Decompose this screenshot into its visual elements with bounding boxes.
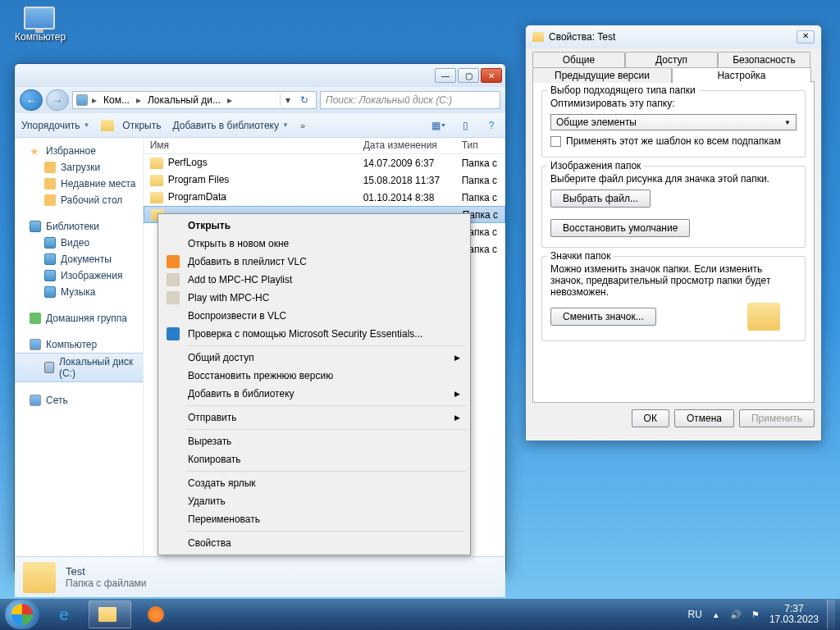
choose-file-button[interactable]: Выбрать файл... bbox=[550, 189, 651, 208]
nav-favorites[interactable]: ★Избранное bbox=[15, 143, 143, 159]
ctx-copy[interactable]: Копировать bbox=[160, 450, 468, 468]
tab-customize[interactable]: Настройка bbox=[672, 67, 811, 83]
tab-sharing[interactable]: Доступ bbox=[625, 52, 718, 67]
nav-recent[interactable]: Недавние места bbox=[15, 176, 143, 192]
explorer-titlebar[interactable]: — ▢ ✕ bbox=[15, 64, 505, 87]
language-indicator[interactable]: RU bbox=[688, 609, 702, 620]
tab-general[interactable]: Общие bbox=[532, 52, 625, 67]
toolbar-overflow[interactable]: » bbox=[300, 121, 305, 130]
breadcrumb-dropdown[interactable]: ▾ bbox=[280, 94, 294, 106]
folder-icon bbox=[44, 178, 56, 189]
nav-music[interactable]: Музыка bbox=[15, 284, 143, 300]
action-center-icon[interactable]: ⚑ bbox=[750, 609, 761, 620]
organize-button[interactable]: Упорядочить▼ bbox=[21, 120, 89, 131]
file-row[interactable]: ProgramData01.10.2014 8:38Папка с bbox=[144, 189, 505, 206]
nav-documents[interactable]: Документы bbox=[15, 251, 143, 267]
clock[interactable]: 7:37 17.03.2023 bbox=[769, 604, 819, 625]
ie-icon: e bbox=[59, 605, 68, 624]
nav-downloads[interactable]: Загрузки bbox=[15, 159, 143, 176]
column-headers[interactable]: Имя Дата изменения Тип bbox=[144, 138, 505, 154]
nav-desktop[interactable]: Рабочий стол bbox=[15, 192, 143, 208]
ctx-vlc-add[interactable]: Добавить в плейлист VLC bbox=[160, 253, 468, 271]
ctx-restore-version[interactable]: Восстановить прежнюю версию bbox=[160, 367, 468, 385]
dialog-titlebar[interactable]: Свойства: Test ✕ bbox=[526, 25, 821, 48]
close-button[interactable]: ✕ bbox=[481, 68, 502, 83]
apply-subfolders-checkbox[interactable] bbox=[550, 136, 561, 147]
mpc-icon bbox=[167, 273, 180, 286]
help-button[interactable]: ? bbox=[484, 118, 499, 133]
desktop-icon-label: Компьютер bbox=[15, 31, 64, 43]
crumb-2[interactable]: Локальный ди... bbox=[145, 94, 223, 106]
col-name[interactable]: Имя bbox=[144, 138, 357, 153]
forward-button[interactable]: → bbox=[46, 89, 69, 111]
ctx-share[interactable]: Общий доступ▶ bbox=[160, 349, 468, 367]
chevron-right-icon[interactable]: ▸ bbox=[134, 94, 144, 106]
file-row[interactable]: Program Files15.08.2018 11:37Папка с bbox=[144, 171, 505, 189]
ctx-sendto[interactable]: Отправить▶ bbox=[160, 409, 468, 427]
nav-libraries[interactable]: Библиотеки bbox=[15, 218, 143, 235]
folder-icon bbox=[44, 162, 56, 173]
preview-pane-button[interactable]: ▯ bbox=[458, 118, 472, 133]
windows-logo-icon bbox=[11, 604, 33, 625]
tab-security[interactable]: Безопасность bbox=[718, 52, 810, 67]
ctx-mpc-play[interactable]: Play with MPC-HC bbox=[160, 289, 468, 307]
show-desktop-button[interactable] bbox=[827, 600, 835, 629]
ctx-delete[interactable]: Удалить bbox=[160, 492, 468, 510]
ctx-open-new-window[interactable]: Открыть в новом окне bbox=[160, 235, 468, 253]
file-row[interactable]: PerfLogs14.07.2009 6:37Папка с bbox=[144, 154, 505, 171]
back-button[interactable]: ← bbox=[20, 89, 43, 111]
ctx-create-shortcut[interactable]: Создать ярлык bbox=[160, 474, 468, 492]
optimize-combo[interactable]: Общие элементы▼ bbox=[550, 114, 797, 130]
ctx-add-library[interactable]: Добавить в библиотеку▶ bbox=[160, 385, 468, 403]
ctx-mse-scan[interactable]: Проверка с помощью Microsoft Security Es… bbox=[160, 325, 468, 343]
cancel-button[interactable]: Отмена bbox=[674, 409, 734, 427]
crumb-1[interactable]: Ком... bbox=[101, 94, 132, 106]
view-options-button[interactable]: ▦▼ bbox=[431, 118, 446, 133]
mpc-icon bbox=[167, 291, 180, 304]
ctx-open[interactable]: Открыть bbox=[160, 217, 468, 235]
ctx-properties[interactable]: Свойства bbox=[160, 534, 468, 552]
apply-button[interactable]: Применить bbox=[739, 409, 815, 427]
ctx-cut[interactable]: Вырезать bbox=[160, 432, 468, 450]
homegroup-icon bbox=[30, 313, 41, 324]
refresh-button[interactable]: ↻ bbox=[296, 94, 313, 106]
nav-pictures[interactable]: Изображения bbox=[15, 267, 143, 284]
details-pane: Test Папка с файлами bbox=[15, 556, 505, 597]
ctx-rename[interactable]: Переименовать bbox=[160, 510, 468, 528]
start-button[interactable] bbox=[5, 600, 39, 629]
tray-up-icon[interactable]: ▴ bbox=[710, 609, 722, 620]
nav-network[interactable]: Сеть bbox=[15, 392, 143, 409]
open-button[interactable]: Открыть bbox=[101, 120, 161, 131]
ok-button[interactable]: ОК bbox=[632, 409, 669, 427]
taskbar-explorer[interactable] bbox=[89, 600, 131, 628]
nav-localdisk[interactable]: Локальный диск (C:) bbox=[15, 353, 143, 382]
maximize-button[interactable]: ▢ bbox=[458, 68, 479, 83]
folder-type-group: Выбор подходящего типа папки Оптимизиров… bbox=[541, 90, 806, 158]
taskbar-ie[interactable]: e bbox=[43, 600, 85, 628]
nav-homegroup[interactable]: Домашняя группа bbox=[15, 310, 143, 326]
navigation-pane: ★Избранное Загрузки Недавние места Рабоч… bbox=[15, 138, 144, 556]
desktop-icon-computer[interactable]: Компьютер bbox=[15, 7, 64, 43]
tab-previous-versions[interactable]: Предыдущие версии bbox=[532, 67, 672, 83]
add-to-library-button[interactable]: Добавить в библиотеку▼ bbox=[172, 120, 288, 131]
chevron-right-icon: ▶ bbox=[454, 390, 460, 398]
folder-icon bbox=[44, 194, 56, 206]
col-type[interactable]: Тип bbox=[455, 138, 505, 153]
folder-icon bbox=[101, 120, 114, 131]
separator bbox=[186, 531, 467, 532]
ctx-vlc-play[interactable]: Воспроизвести в VLC bbox=[160, 307, 468, 325]
volume-icon[interactable]: 🔊 bbox=[730, 609, 742, 620]
restore-default-button[interactable]: Восстановить умолчание bbox=[550, 219, 690, 237]
nav-computer[interactable]: Компьютер bbox=[15, 336, 143, 353]
search-input[interactable]: Поиск: Локальный диск (C:) bbox=[320, 91, 500, 109]
breadcrumb[interactable]: ▸ Ком... ▸ Локальный ди... ▸ ▾ ↻ bbox=[72, 91, 317, 109]
taskbar-wmp[interactable] bbox=[135, 600, 177, 628]
chevron-right-icon[interactable]: ▸ bbox=[89, 94, 99, 106]
change-icon-button[interactable]: Сменить значок... bbox=[550, 308, 656, 326]
minimize-button[interactable]: — bbox=[435, 68, 456, 83]
col-date[interactable]: Дата изменения bbox=[357, 138, 455, 153]
ctx-mpc-add[interactable]: Add to MPC-HC Playlist bbox=[160, 271, 468, 289]
chevron-right-icon[interactable]: ▸ bbox=[225, 94, 235, 106]
nav-video[interactable]: Видео bbox=[15, 235, 143, 251]
close-button[interactable]: ✕ bbox=[797, 30, 815, 43]
